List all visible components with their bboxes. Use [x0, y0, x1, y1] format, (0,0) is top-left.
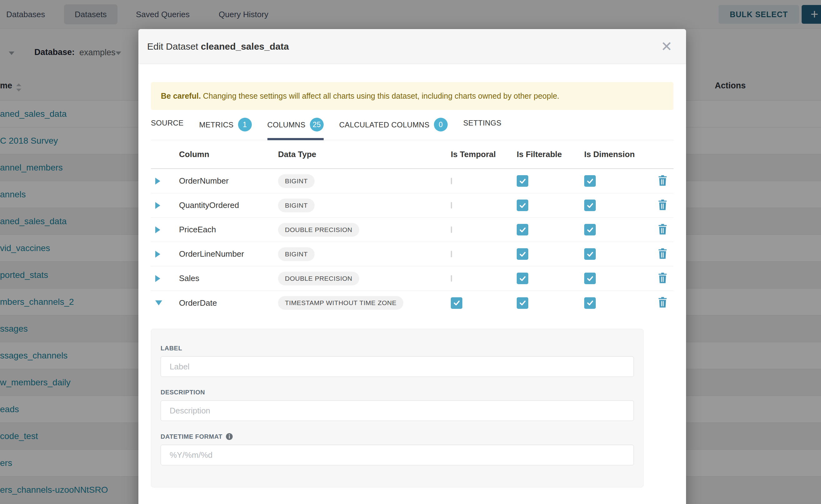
warning-banner-text: Changing these settings will affect all …	[201, 91, 559, 100]
modal-title-dataset-name: cleaned_sales_data	[201, 41, 289, 52]
data-type-cell: DOUBLE PRECISION	[278, 223, 451, 237]
is-dimension-checkbox[interactable]	[584, 200, 596, 211]
dimension-cell	[584, 273, 655, 284]
is-temporal-checkbox[interactable]	[451, 275, 452, 282]
data-type-pill: BIGINT	[278, 247, 314, 261]
trash-icon[interactable]	[658, 206, 668, 211]
column-row: QuantityOrderedBIGINT	[151, 193, 674, 218]
is-dimension-checkbox[interactable]	[584, 248, 596, 260]
collapse-caret-icon[interactable]	[155, 300, 162, 305]
column-name: OrderNumber	[179, 176, 278, 186]
tab-count-badge: 25	[310, 118, 324, 131]
dimension-cell	[584, 224, 655, 235]
column-header-column: Column	[179, 150, 278, 159]
trash-icon[interactable]	[658, 230, 668, 236]
column-row: OrderLineNumberBIGINT	[151, 242, 674, 266]
column-header-is-filterable: Is Filterable	[517, 150, 584, 159]
delete-cell	[655, 175, 674, 187]
is-dimension-checkbox[interactable]	[584, 224, 596, 235]
tab-count-badge: 1	[238, 118, 252, 131]
delete-cell	[655, 248, 674, 260]
column-header-data-type: Data Type	[278, 150, 451, 159]
column-name: OrderDate	[179, 298, 278, 308]
temporal-cell	[451, 276, 517, 281]
tab-metrics[interactable]: METRICS1	[199, 119, 251, 140]
delete-cell	[655, 272, 674, 285]
is-filterable-checkbox[interactable]	[517, 297, 528, 309]
column-row: OrderDateTIMESTAMP WITHOUT TIME ZONE	[151, 291, 674, 315]
column-name: QuantityOrdered	[179, 200, 278, 210]
temporal-cell	[451, 297, 517, 309]
tab-calculated-columns[interactable]: CALCULATED COLUMNS0	[339, 119, 448, 140]
is-dimension-checkbox[interactable]	[584, 297, 596, 309]
delete-cell	[655, 297, 674, 309]
expand-caret-icon[interactable]	[155, 202, 160, 209]
columns-table-header: ColumnData TypeIs TemporalIs FilterableI…	[151, 140, 674, 169]
trash-icon[interactable]	[658, 255, 668, 260]
data-type-pill: BIGINT	[278, 174, 314, 188]
temporal-cell	[451, 227, 517, 233]
temporal-cell	[451, 251, 517, 257]
is-temporal-checkbox[interactable]	[451, 251, 452, 257]
column-row: SalesDOUBLE PRECISION	[151, 266, 674, 291]
dimension-cell	[584, 175, 655, 187]
data-type-pill: DOUBLE PRECISION	[278, 272, 359, 285]
is-temporal-checkbox[interactable]	[451, 226, 452, 233]
is-filterable-checkbox[interactable]	[517, 248, 528, 260]
temporal-cell	[451, 203, 517, 208]
column-name: Sales	[179, 274, 278, 283]
warning-banner-bold: Be careful.	[161, 91, 201, 100]
label-input[interactable]	[161, 356, 634, 377]
data-type-pill: BIGINT	[278, 199, 314, 212]
filterable-cell	[517, 273, 584, 284]
filterable-cell	[517, 224, 584, 235]
close-icon[interactable]: ✕	[661, 40, 672, 53]
trash-icon[interactable]	[658, 182, 668, 187]
description-field-group: DESCRIPTION	[161, 389, 634, 421]
modal-title: Edit Dataset cleaned_sales_data	[147, 41, 289, 52]
is-filterable-checkbox[interactable]	[517, 224, 528, 235]
is-dimension-checkbox[interactable]	[584, 273, 596, 284]
expand-caret-icon[interactable]	[155, 251, 160, 258]
is-temporal-checkbox[interactable]	[451, 297, 463, 309]
expand-caret-icon[interactable]	[155, 275, 160, 282]
data-type-pill: TIMESTAMP WITHOUT TIME ZONE	[278, 296, 403, 310]
is-filterable-checkbox[interactable]	[517, 175, 528, 187]
tab-settings[interactable]: SETTINGS	[463, 119, 502, 140]
dimension-cell	[584, 297, 655, 309]
is-temporal-checkbox[interactable]	[451, 202, 452, 209]
label-field-label: LABEL	[161, 345, 634, 352]
is-temporal-checkbox[interactable]	[451, 178, 452, 184]
tab-source[interactable]: SOURCE	[151, 119, 183, 140]
modal-tabs: SOURCEMETRICS1COLUMNS25CALCULATED COLUMN…	[151, 119, 674, 140]
info-icon[interactable]	[225, 433, 233, 440]
edit-dataset-modal: Edit Dataset cleaned_sales_data ✕ Be car…	[138, 29, 686, 504]
label-field-group: LABEL	[161, 345, 634, 377]
modal-header: Edit Dataset cleaned_sales_data ✕	[138, 29, 686, 64]
description-input[interactable]	[161, 400, 634, 421]
datetime-format-input[interactable]	[161, 445, 634, 465]
tab-columns[interactable]: COLUMNS25	[267, 119, 324, 140]
column-header-is-temporal: Is Temporal	[451, 150, 517, 159]
modal-title-prefix: Edit Dataset	[147, 41, 201, 52]
dimension-cell	[584, 248, 655, 260]
filterable-cell	[517, 248, 584, 260]
filterable-cell	[517, 175, 584, 187]
column-row: OrderNumberBIGINT	[151, 169, 674, 193]
column-name: PriceEach	[179, 225, 278, 235]
temporal-cell	[451, 178, 517, 184]
dimension-cell	[584, 200, 655, 211]
filterable-cell	[517, 200, 584, 211]
expand-caret-icon[interactable]	[155, 178, 160, 185]
trash-icon[interactable]	[658, 279, 668, 284]
warning-banner: Be careful. Changing these settings will…	[151, 82, 674, 110]
datetime-format-field-label: DATETIME FORMAT	[161, 433, 634, 440]
is-dimension-checkbox[interactable]	[584, 175, 596, 187]
data-type-cell: BIGINT	[278, 247, 451, 261]
trash-icon[interactable]	[658, 304, 668, 309]
description-field-label: DESCRIPTION	[161, 389, 634, 396]
expand-caret-icon[interactable]	[155, 226, 160, 233]
is-filterable-checkbox[interactable]	[517, 273, 528, 284]
column-row: PriceEachDOUBLE PRECISION	[151, 218, 674, 242]
is-filterable-checkbox[interactable]	[517, 200, 528, 211]
